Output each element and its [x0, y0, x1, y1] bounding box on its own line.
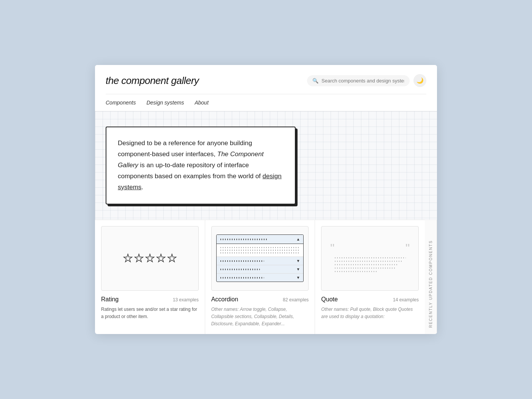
rating-description: Ratings let users see and/or set a star …: [101, 306, 199, 320]
quote-marks: " ": [330, 242, 410, 254]
accordion-chevron-2: ▼: [296, 267, 300, 271]
rating-examples: 13 examples: [173, 297, 199, 302]
stars-display: ★ ★ ★ ★ ★: [123, 252, 177, 264]
components-grid: ★ ★ ★ ★ ★ Rating 13 examples Ratings let…: [95, 220, 425, 334]
components-section: ★ ★ ★ ★ ★ Rating 13 examples Ratings let…: [95, 220, 437, 334]
rating-name: Rating: [101, 296, 119, 303]
quote-line-2: [334, 261, 402, 262]
hero-text-end: .: [141, 184, 143, 191]
accordion-chevron-3: ▼: [296, 276, 300, 280]
search-icon: 🔍: [312, 78, 318, 84]
accordion-row-2: ▼: [217, 265, 303, 274]
accordion-examples: 82 examples: [283, 297, 309, 302]
component-card-accordion[interactable]: ▲ ▼ ▼: [205, 220, 315, 334]
accordion-open-content: [217, 244, 303, 257]
hero-text: Designed to be a reference for anyone bu…: [118, 138, 283, 193]
header-right: 🔍 🌙: [307, 74, 426, 87]
hero-card: Designed to be a reference for anyone bu…: [106, 127, 296, 204]
content-line-2: [220, 250, 300, 251]
accordion-name-row: Accordion 82 examples: [211, 296, 309, 303]
rating-name-row: Rating 13 examples: [101, 296, 199, 303]
quote-line-1: [334, 257, 406, 258]
recently-updated-label: Recently updated components: [425, 220, 437, 334]
close-quote-mark: ": [405, 242, 410, 254]
site-title[interactable]: the component gallery: [106, 75, 199, 87]
quote-visual: " ": [326, 238, 413, 278]
search-input[interactable]: [321, 78, 404, 84]
hero-section: Designed to be a reference for anyone bu…: [95, 111, 437, 219]
star-2: ★: [134, 252, 144, 264]
accordion-row-1: ▼: [217, 257, 303, 265]
star-1: ★: [123, 252, 133, 264]
accordion-up-chevron: ▲: [296, 237, 300, 241]
quote-lines: [330, 257, 410, 272]
nav-item-components[interactable]: Components: [106, 100, 136, 106]
quote-line-5: [334, 271, 377, 272]
header: the component gallery 🔍 🌙 Components Des…: [95, 65, 437, 111]
quote-other-names: Other names: Pull quote, Block quote Quo…: [321, 306, 419, 320]
hero-text-part2: is an up-to-date repository of interface…: [118, 162, 263, 180]
accordion-other-names: Other names: Arrow toggle, Collapse, Col…: [211, 306, 309, 328]
star-4: ★: [156, 252, 166, 264]
nav-item-about[interactable]: About: [195, 100, 209, 106]
main-nav: Components Design systems About: [106, 94, 426, 111]
accordion-preview: ▲ ▼ ▼: [211, 226, 309, 291]
quote-examples: 14 examples: [393, 297, 419, 302]
star-5: ★: [167, 252, 177, 264]
component-card-quote[interactable]: " " Quote 14 examples: [315, 220, 425, 334]
open-quote-mark: ": [330, 242, 334, 254]
accordion-header-content: [220, 239, 268, 240]
dark-mode-toggle[interactable]: 🌙: [413, 74, 426, 87]
quote-preview: " ": [321, 226, 419, 291]
star-3: ★: [145, 252, 155, 264]
accordion-name: Accordion: [211, 296, 238, 303]
quote-name: Quote: [321, 296, 338, 303]
header-top: the component gallery 🔍 🌙: [106, 74, 426, 87]
search-bar[interactable]: 🔍: [307, 75, 410, 86]
quote-name-row: Quote 14 examples: [321, 296, 419, 303]
accordion-row-1-content: [220, 260, 264, 262]
rating-preview: ★ ★ ★ ★ ★: [101, 226, 199, 291]
accordion-row-3: ▼: [217, 274, 303, 282]
content-line-1: [220, 247, 300, 248]
main-window: the component gallery 🔍 🌙 Components Des…: [95, 65, 437, 334]
quote-line-3: [334, 264, 399, 265]
accordion-row-2-content: [220, 269, 260, 270]
accordion-chevron-1: ▼: [296, 259, 300, 263]
content-line-3: [220, 252, 300, 253]
accordion-open-header: ▲: [217, 235, 303, 244]
accordion-row-3-content: [220, 277, 264, 279]
quote-line-4: [334, 268, 395, 269]
component-card-rating[interactable]: ★ ★ ★ ★ ★ Rating 13 examples Ratings let…: [95, 220, 205, 334]
accordion-visual: ▲ ▼ ▼: [216, 234, 303, 282]
nav-item-design-systems[interactable]: Design systems: [146, 100, 184, 106]
